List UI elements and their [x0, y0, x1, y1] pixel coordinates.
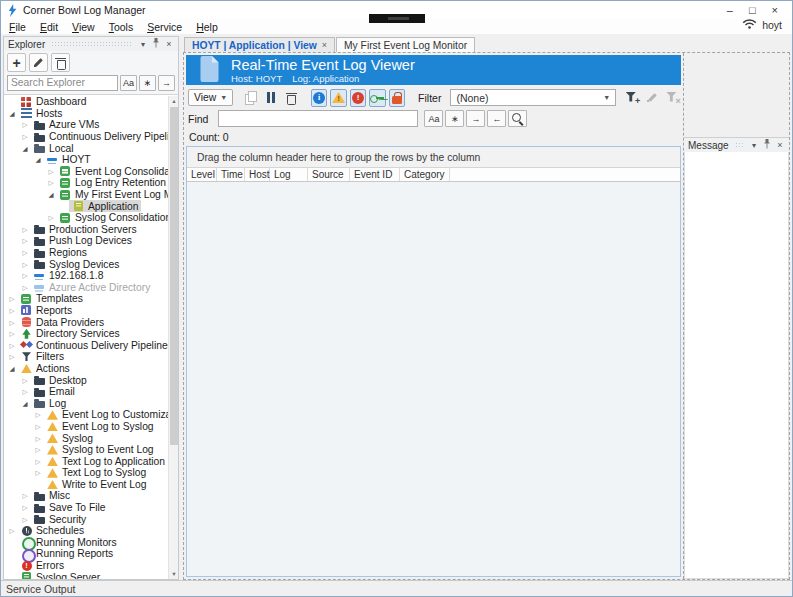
tree-item[interactable]: Regions [4, 247, 168, 259]
tree-item[interactable]: Reports [4, 305, 168, 317]
expand-arrow-icon[interactable] [7, 328, 17, 339]
tree-item[interactable]: Event Log to Customizable Syslog [4, 409, 168, 421]
search-input[interactable] [7, 75, 118, 91]
expand-arrow-icon[interactable] [7, 293, 17, 304]
menu-item[interactable]: Tools [109, 21, 134, 33]
tree-item[interactable]: Application [4, 200, 168, 212]
expand-arrow-icon[interactable] [33, 409, 43, 420]
match-case-button[interactable]: Aa [424, 110, 443, 127]
expand-arrow-icon[interactable] [20, 131, 30, 142]
information-toggle[interactable] [311, 89, 327, 107]
expand-arrow-icon[interactable] [46, 212, 56, 223]
column-header[interactable]: Time [217, 168, 245, 181]
filter-select[interactable]: (None) ▼ [450, 89, 616, 106]
scrollbar-thumb[interactable] [170, 107, 178, 445]
pause-button[interactable] [262, 89, 279, 107]
minimize-button[interactable]: – [727, 4, 733, 16]
column-header[interactable]: Level [187, 168, 217, 181]
tree-item[interactable]: Syslog to Event Log [4, 444, 168, 456]
expand-arrow-icon[interactable] [33, 433, 43, 444]
expand-arrow-icon[interactable] [46, 166, 56, 177]
pin-icon[interactable] [151, 38, 161, 50]
column-header[interactable]: Event ID [350, 168, 400, 181]
expand-arrow-icon[interactable] [20, 119, 30, 130]
expand-arrow-icon[interactable] [20, 235, 30, 246]
expand-arrow-icon[interactable] [33, 444, 43, 455]
tree-item[interactable]: Security [4, 513, 168, 525]
message-body[interactable] [684, 152, 789, 579]
tree-item[interactable]: Desktop [4, 374, 168, 386]
find-next-button[interactable]: → [466, 110, 485, 127]
expand-arrow-icon[interactable] [20, 247, 30, 258]
find-input[interactable] [218, 110, 418, 127]
expand-arrow-icon[interactable] [20, 514, 30, 525]
wildcard-button[interactable]: ∗ [139, 75, 156, 91]
panel-menu-arrow-icon[interactable]: ▾ [138, 40, 148, 49]
group-by-band[interactable]: Drag the column header here to group the… [187, 147, 680, 168]
grid-body[interactable] [187, 182, 680, 576]
column-header[interactable]: Host [245, 168, 270, 181]
expand-arrow-icon[interactable] [33, 154, 43, 165]
tree-item[interactable]: Text Log to Application Event Log [4, 455, 168, 467]
column-header[interactable]: Category [400, 168, 450, 181]
expand-arrow-icon[interactable] [20, 224, 30, 235]
tree-item[interactable]: Email [4, 386, 168, 398]
drag-grip[interactable] [51, 41, 132, 48]
tree-item[interactable]: Local [4, 142, 168, 154]
tree-item[interactable]: Save To File [4, 502, 168, 514]
edit-button[interactable] [29, 53, 48, 72]
expand-arrow-icon[interactable] [20, 398, 30, 409]
tree-item[interactable]: Syslog Consolidation [4, 212, 168, 224]
tree-item[interactable]: Log [4, 397, 168, 409]
find-previous-button[interactable]: ← [487, 110, 506, 127]
close-button[interactable]: × [772, 4, 778, 16]
column-header[interactable]: Source [308, 168, 350, 181]
tree-item[interactable]: Log Entry Retention Policy [4, 177, 168, 189]
audit-failure-toggle[interactable] [389, 89, 405, 107]
tree-item[interactable]: Event Log to Syslog [4, 421, 168, 433]
tab-close-icon[interactable]: × [322, 40, 327, 50]
tree-item[interactable]: 192.168.1.8 [4, 270, 168, 282]
maximize-button[interactable]: □ [749, 4, 756, 16]
copy-button[interactable] [242, 89, 259, 107]
expand-arrow-icon[interactable] [46, 189, 56, 200]
tree-item[interactable]: Event Log Consolidation [4, 166, 168, 178]
expand-arrow-icon[interactable] [20, 502, 30, 513]
document-tab[interactable]: My First Event Log Monitor [336, 37, 475, 52]
expand-arrow-icon[interactable] [7, 363, 17, 374]
tree-item[interactable]: Azure VMs [4, 119, 168, 131]
menu-item[interactable]: Edit [40, 21, 58, 33]
tree-item[interactable]: Continuous Delivery Pipelines [4, 339, 168, 351]
clear-filter-button[interactable] [664, 89, 681, 107]
menu-item[interactable]: Help [196, 21, 218, 33]
match-case-button[interactable]: Aa [120, 75, 137, 91]
tree-item[interactable]: Schedules [4, 525, 168, 537]
wildcard-button[interactable]: ∗ [445, 110, 464, 127]
panel-menu-arrow-icon[interactable]: ▾ [749, 141, 759, 150]
tree-scrollbar[interactable]: ▲ ▼ [168, 96, 178, 579]
expand-arrow-icon[interactable] [33, 456, 43, 467]
tree-item[interactable]: Running Reports [4, 548, 168, 560]
view-dropdown-button[interactable]: View ▼ [188, 89, 233, 106]
drag-grip[interactable] [735, 142, 743, 149]
tree-item[interactable]: Production Servers [4, 224, 168, 236]
search-button[interactable] [508, 110, 527, 127]
expand-arrow-icon[interactable] [20, 490, 30, 501]
expand-arrow-icon[interactable] [20, 282, 30, 293]
delete-button[interactable] [51, 53, 70, 72]
tree-item[interactable]: Actions [4, 363, 168, 375]
add-filter-button[interactable] [623, 89, 640, 107]
tree-item[interactable]: Hosts [4, 108, 168, 120]
tree-item[interactable]: Syslog Devices [4, 258, 168, 270]
error-toggle[interactable] [350, 89, 366, 107]
expand-arrow-icon[interactable] [33, 421, 43, 432]
tree-item[interactable]: Dashboard [4, 96, 168, 108]
expand-arrow-icon[interactable] [7, 108, 17, 119]
expand-arrow-icon[interactable] [20, 143, 30, 154]
expand-arrow-icon[interactable] [7, 317, 17, 328]
menu-item[interactable]: View [72, 21, 95, 33]
tree-item[interactable]: Azure Active Directory [4, 282, 168, 294]
tree-item[interactable]: Errors [4, 560, 168, 572]
audit-success-toggle[interactable] [369, 89, 385, 107]
tree-item[interactable]: Templates [4, 293, 168, 305]
